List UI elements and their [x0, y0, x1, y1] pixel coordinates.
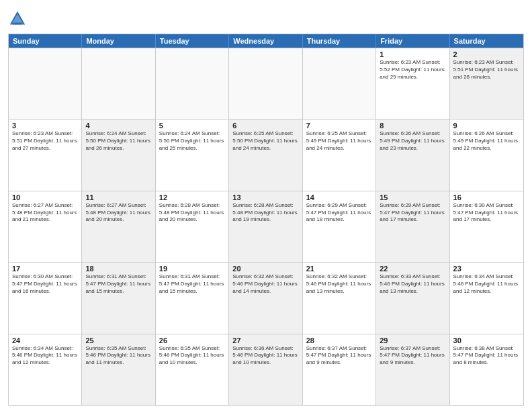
header	[8, 7, 524, 28]
day-cell-2: 2Sunrise: 6:23 AM Sunset: 5:51 PM Daylig…	[450, 48, 523, 119]
day-info: Sunrise: 6:37 AM Sunset: 5:47 PM Dayligh…	[306, 345, 372, 367]
logo	[8, 9, 30, 28]
day-number: 13	[232, 193, 298, 201]
day-cell-13: 13Sunrise: 6:28 AM Sunset: 5:48 PM Dayli…	[229, 191, 302, 262]
day-info: Sunrise: 6:28 AM Sunset: 5:48 PM Dayligh…	[232, 202, 298, 224]
calendar-body: 1Sunrise: 6:23 AM Sunset: 5:52 PM Daylig…	[9, 48, 523, 405]
day-info: Sunrise: 6:25 AM Sunset: 5:49 PM Dayligh…	[306, 130, 372, 152]
empty-cell	[9, 48, 82, 119]
weekday-header-saturday: Saturday	[450, 34, 523, 48]
day-number: 12	[159, 193, 225, 201]
day-number: 22	[380, 265, 445, 273]
day-number: 24	[12, 336, 78, 345]
day-info: Sunrise: 6:26 AM Sunset: 5:49 PM Dayligh…	[380, 130, 445, 152]
day-info: Sunrise: 6:34 AM Sunset: 5:46 PM Dayligh…	[12, 345, 78, 367]
day-cell-27: 27Sunrise: 6:36 AM Sunset: 5:46 PM Dayli…	[229, 334, 302, 405]
weekday-header-thursday: Thursday	[303, 34, 376, 48]
day-number: 29	[380, 336, 445, 345]
day-info: Sunrise: 6:29 AM Sunset: 5:47 PM Dayligh…	[306, 202, 372, 224]
day-info: Sunrise: 6:23 AM Sunset: 5:51 PM Dayligh…	[453, 59, 520, 81]
day-number: 6	[232, 122, 298, 130]
svg-rect-2	[13, 23, 22, 25]
empty-cell	[229, 48, 302, 119]
empty-cell	[303, 48, 376, 119]
day-info: Sunrise: 6:35 AM Sunset: 5:46 PM Dayligh…	[85, 345, 151, 367]
day-cell-24: 24Sunrise: 6:34 AM Sunset: 5:46 PM Dayli…	[9, 334, 82, 405]
day-number: 3	[12, 122, 78, 130]
day-number: 20	[232, 265, 298, 273]
day-cell-22: 22Sunrise: 6:33 AM Sunset: 5:46 PM Dayli…	[376, 263, 449, 333]
day-number: 4	[85, 122, 151, 130]
day-number: 8	[380, 122, 445, 130]
day-number: 16	[453, 193, 520, 201]
day-number: 9	[453, 122, 520, 130]
day-cell-11: 11Sunrise: 6:27 AM Sunset: 5:48 PM Dayli…	[82, 191, 155, 262]
day-info: Sunrise: 6:27 AM Sunset: 5:48 PM Dayligh…	[85, 202, 151, 224]
day-info: Sunrise: 6:37 AM Sunset: 5:47 PM Dayligh…	[380, 345, 445, 367]
day-number: 19	[159, 265, 225, 273]
day-number: 10	[12, 193, 78, 201]
day-info: Sunrise: 6:28 AM Sunset: 5:48 PM Dayligh…	[159, 202, 225, 224]
day-cell-6: 6Sunrise: 6:25 AM Sunset: 5:50 PM Daylig…	[229, 120, 302, 190]
day-cell-28: 28Sunrise: 6:37 AM Sunset: 5:47 PM Dayli…	[303, 334, 376, 405]
day-cell-12: 12Sunrise: 6:28 AM Sunset: 5:48 PM Dayli…	[156, 191, 229, 262]
logo-icon	[8, 9, 27, 28]
page: SundayMondayTuesdayWednesdayThursdayFrid…	[0, 0, 532, 411]
day-cell-25: 25Sunrise: 6:35 AM Sunset: 5:46 PM Dayli…	[82, 334, 155, 405]
calendar: SundayMondayTuesdayWednesdayThursdayFrid…	[8, 34, 524, 406]
day-info: Sunrise: 6:23 AM Sunset: 5:52 PM Dayligh…	[380, 59, 445, 81]
day-info: Sunrise: 6:31 AM Sunset: 5:47 PM Dayligh…	[85, 273, 151, 295]
day-number: 23	[453, 265, 520, 273]
day-cell-26: 26Sunrise: 6:35 AM Sunset: 5:46 PM Dayli…	[156, 334, 229, 405]
day-number: 26	[159, 336, 225, 345]
calendar-row-3: 17Sunrise: 6:30 AM Sunset: 5:47 PM Dayli…	[9, 262, 523, 333]
day-number: 11	[85, 193, 151, 201]
day-info: Sunrise: 6:27 AM Sunset: 5:48 PM Dayligh…	[12, 202, 78, 224]
day-number: 15	[380, 193, 445, 201]
day-info: Sunrise: 6:23 AM Sunset: 5:51 PM Dayligh…	[12, 130, 78, 152]
day-cell-4: 4Sunrise: 6:24 AM Sunset: 5:50 PM Daylig…	[82, 120, 155, 190]
day-cell-21: 21Sunrise: 6:32 AM Sunset: 5:46 PM Dayli…	[303, 263, 376, 333]
day-number: 18	[85, 265, 151, 273]
day-number: 7	[306, 122, 372, 130]
day-number: 21	[306, 265, 372, 273]
calendar-header: SundayMondayTuesdayWednesdayThursdayFrid…	[9, 34, 523, 48]
day-cell-29: 29Sunrise: 6:37 AM Sunset: 5:47 PM Dayli…	[376, 334, 449, 405]
day-info: Sunrise: 6:32 AM Sunset: 5:46 PM Dayligh…	[306, 273, 372, 295]
day-info: Sunrise: 6:29 AM Sunset: 5:47 PM Dayligh…	[380, 202, 445, 224]
day-info: Sunrise: 6:31 AM Sunset: 5:47 PM Dayligh…	[159, 273, 225, 295]
day-cell-16: 16Sunrise: 6:30 AM Sunset: 5:47 PM Dayli…	[450, 191, 523, 262]
day-number: 5	[159, 122, 225, 130]
day-info: Sunrise: 6:24 AM Sunset: 5:50 PM Dayligh…	[159, 130, 225, 152]
day-cell-17: 17Sunrise: 6:30 AM Sunset: 5:47 PM Dayli…	[9, 263, 82, 333]
day-number: 17	[12, 265, 78, 273]
calendar-row-2: 10Sunrise: 6:27 AM Sunset: 5:48 PM Dayli…	[9, 191, 523, 262]
weekday-header-tuesday: Tuesday	[156, 34, 229, 48]
day-number: 25	[85, 336, 151, 345]
day-cell-19: 19Sunrise: 6:31 AM Sunset: 5:47 PM Dayli…	[156, 263, 229, 333]
calendar-row-1: 3Sunrise: 6:23 AM Sunset: 5:51 PM Daylig…	[9, 119, 523, 190]
day-info: Sunrise: 6:30 AM Sunset: 5:47 PM Dayligh…	[453, 202, 520, 224]
weekday-header-friday: Friday	[376, 34, 449, 48]
day-cell-18: 18Sunrise: 6:31 AM Sunset: 5:47 PM Dayli…	[82, 263, 155, 333]
day-info: Sunrise: 6:36 AM Sunset: 5:46 PM Dayligh…	[232, 345, 298, 367]
empty-cell	[156, 48, 229, 119]
day-cell-30: 30Sunrise: 6:38 AM Sunset: 5:47 PM Dayli…	[450, 334, 523, 405]
day-info: Sunrise: 6:34 AM Sunset: 5:46 PM Dayligh…	[453, 273, 520, 295]
day-info: Sunrise: 6:32 AM Sunset: 5:46 PM Dayligh…	[232, 273, 298, 295]
day-cell-14: 14Sunrise: 6:29 AM Sunset: 5:47 PM Dayli…	[303, 191, 376, 262]
day-number: 2	[453, 50, 520, 58]
day-cell-1: 1Sunrise: 6:23 AM Sunset: 5:52 PM Daylig…	[376, 48, 449, 119]
weekday-header-monday: Monday	[82, 34, 155, 48]
day-cell-7: 7Sunrise: 6:25 AM Sunset: 5:49 PM Daylig…	[303, 120, 376, 190]
day-info: Sunrise: 6:26 AM Sunset: 5:49 PM Dayligh…	[453, 130, 520, 152]
day-cell-8: 8Sunrise: 6:26 AM Sunset: 5:49 PM Daylig…	[376, 120, 449, 190]
day-info: Sunrise: 6:38 AM Sunset: 5:47 PM Dayligh…	[453, 345, 520, 367]
calendar-row-0: 1Sunrise: 6:23 AM Sunset: 5:52 PM Daylig…	[9, 48, 523, 119]
weekday-header-wednesday: Wednesday	[229, 34, 302, 48]
day-number: 14	[306, 193, 372, 201]
day-number: 30	[453, 336, 520, 345]
day-cell-23: 23Sunrise: 6:34 AM Sunset: 5:46 PM Dayli…	[450, 263, 523, 333]
day-cell-10: 10Sunrise: 6:27 AM Sunset: 5:48 PM Dayli…	[9, 191, 82, 262]
day-info: Sunrise: 6:35 AM Sunset: 5:46 PM Dayligh…	[159, 345, 225, 367]
